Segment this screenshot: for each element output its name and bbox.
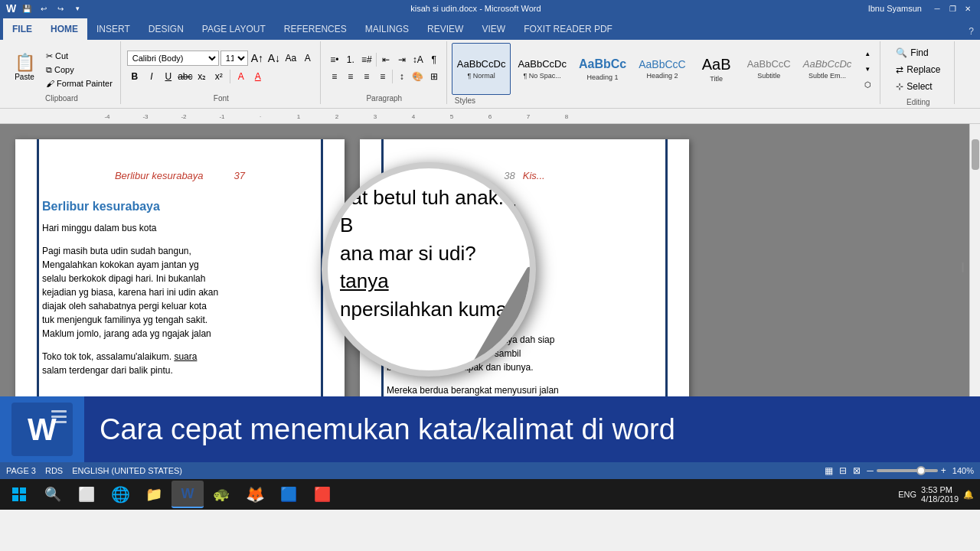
shading-button[interactable]: 🎨	[410, 69, 426, 84]
app-taskbar-3[interactable]: 🟥	[306, 481, 338, 508]
align-center-button[interactable]: ≡	[343, 69, 358, 84]
copy-button[interactable]: ⧉ Copy	[43, 64, 116, 77]
subscript-button[interactable]: x₂	[194, 69, 210, 84]
bullets-button[interactable]: ≡•	[327, 52, 342, 67]
user-name: Ibnu Syamsun	[868, 4, 922, 13]
italic-button[interactable]: I	[144, 69, 159, 84]
app-taskbar-2[interactable]: 🟦	[273, 481, 305, 508]
cut-button[interactable]: ✂ Cut	[43, 50, 116, 63]
superscript-button[interactable]: x²	[211, 69, 227, 84]
zoom-thumb[interactable]	[916, 466, 926, 475]
select-button[interactable]: ⊹ Select	[891, 80, 945, 93]
tab-page-layout[interactable]: PAGE LAYOUT	[193, 18, 275, 40]
multilevel-list-button[interactable]: ≡#	[359, 52, 374, 67]
svg-rect-15	[20, 487, 26, 494]
borders-button[interactable]: ⊞	[426, 69, 442, 84]
highlight-color-button[interactable]: A	[234, 69, 249, 84]
zoom-slider[interactable]: ─ +	[867, 465, 946, 476]
shrink-font-icon[interactable]: A↓	[266, 51, 282, 66]
strikethrough-button[interactable]: abc	[178, 69, 193, 84]
v-scrollbar[interactable]	[969, 124, 980, 396]
zoom-out-icon[interactable]: ─	[867, 465, 874, 476]
paste-button[interactable]: 📋 Paste	[8, 47, 41, 90]
text-cursor: I	[961, 260, 965, 276]
layout-icon2[interactable]: ⊟	[839, 465, 847, 476]
style-subtle-em[interactable]: AaBbCcDc Subtle Em...	[798, 43, 858, 95]
help-icon[interactable]: ?	[962, 23, 980, 40]
text-effects-icon[interactable]: A	[300, 51, 315, 66]
zoom-in-icon[interactable]: +	[941, 465, 946, 476]
show-hide-button[interactable]: ¶	[426, 52, 442, 67]
svg-text:6: 6	[488, 113, 492, 120]
bold-button[interactable]: B	[127, 69, 142, 84]
find-button[interactable]: 🔍 Find	[891, 46, 945, 60]
tab-foxit[interactable]: FOXIT READER PDF	[514, 18, 622, 40]
tab-insert[interactable]: INSERT	[87, 18, 139, 40]
explorer-button[interactable]: 📁	[138, 481, 170, 508]
tab-view[interactable]: VIEW	[472, 18, 514, 40]
style-title[interactable]: AaB Title	[693, 43, 740, 95]
editing-label: Editing	[906, 98, 930, 106]
minimize-button[interactable]: ─	[931, 2, 943, 15]
firefox-button[interactable]: 🦊	[239, 481, 271, 508]
taskbar-right: ENG 3:53 PM4/18/2019 🔔	[898, 485, 977, 504]
style-subtitle[interactable]: AaBbCcC Subtitle	[742, 43, 796, 95]
customize-qa-icon[interactable]: ▼	[71, 2, 83, 15]
line-spacing-button[interactable]: ↕	[394, 69, 410, 84]
format-painter-button[interactable]: 🖌 Format Painter	[43, 77, 116, 90]
page-left-heading: Berlibur kesurabaya	[42, 200, 318, 214]
align-left-button[interactable]: ≡	[327, 69, 342, 84]
grow-font-icon[interactable]: A↑	[250, 51, 265, 66]
clipboard-group: 📋 Paste ✂ Cut ⧉ Copy 🖌 Format Painter Cl…	[3, 41, 121, 104]
align-right-button[interactable]: ≡	[359, 69, 374, 84]
decrease-indent-button[interactable]: ⇤	[378, 52, 394, 67]
increase-indent-button[interactable]: ⇥	[394, 52, 410, 67]
style-subtle-em-label: Subtle Em...	[808, 72, 846, 80]
close-button[interactable]: ✕	[962, 2, 974, 15]
start-button[interactable]	[3, 481, 35, 508]
save-qa-icon[interactable]: 💾	[21, 2, 33, 15]
justify-button[interactable]: ≡	[375, 69, 390, 84]
clear-format-icon[interactable]: Aa	[283, 51, 299, 66]
style-heading1[interactable]: AaBbCc Heading 1	[573, 43, 632, 95]
word-icon: W	[6, 2, 16, 15]
layout-icon3[interactable]: ⊠	[853, 465, 861, 476]
style-no-spacing[interactable]: AaBbCcDc ¶ No Spac...	[512, 43, 572, 95]
numbering-button[interactable]: 1.	[343, 52, 358, 67]
word-taskbar-button[interactable]: W	[172, 481, 204, 508]
edge-button[interactable]: 🌐	[104, 481, 136, 508]
font-size-select[interactable]: 11	[220, 51, 248, 66]
status-left: PAGE 3 RDS ENGLISH (UNITED STATES)	[6, 466, 182, 475]
style-subtle-em-preview: AaBbCcDc	[803, 58, 852, 70]
undo-qa-icon[interactable]: ↩	[38, 2, 50, 15]
style-heading2[interactable]: AaBbCcC Heading 2	[633, 43, 691, 95]
tab-references[interactable]: REFERENCES	[275, 18, 356, 40]
redo-qa-icon[interactable]: ↪	[54, 2, 67, 15]
styles-expand[interactable]: ⬡	[860, 77, 875, 92]
layout-icon1[interactable]: ▦	[825, 465, 833, 476]
taskbar-lang[interactable]: ENG	[898, 490, 916, 499]
replace-button[interactable]: ⇄ Replace	[891, 63, 945, 77]
font-name-select[interactable]: Calibri (Body)	[127, 51, 219, 66]
style-normal[interactable]: AaBbCcDc ¶ Normal	[452, 43, 511, 95]
taskbar-notification[interactable]: 🔔	[963, 490, 974, 500]
restore-button[interactable]: ❐	[946, 2, 959, 15]
task-view-button[interactable]: ⬜	[70, 481, 103, 508]
tab-home[interactable]: HOME	[41, 18, 87, 40]
tab-design[interactable]: DESIGN	[139, 18, 193, 40]
zoom-level: 140%	[952, 466, 974, 475]
search-button[interactable]: 🔍	[37, 481, 69, 508]
styles-scroll-up[interactable]: ▲	[860, 46, 875, 61]
page-left: Berlibur kesurabaya 37 Berlibur kesuraba…	[15, 139, 345, 396]
sort-button[interactable]: ↕A	[410, 52, 426, 67]
v-scrollbar-thumb[interactable]	[972, 139, 979, 170]
tab-file[interactable]: FILE	[3, 18, 41, 40]
app-taskbar-1[interactable]: 🐢	[205, 481, 237, 508]
font-color-button[interactable]: A	[250, 69, 266, 84]
tab-review[interactable]: REVIEW	[418, 18, 472, 40]
zoom-track[interactable]	[877, 469, 938, 472]
styles-scroll-down[interactable]: ▼	[860, 61, 875, 77]
page-left-title: Berlibur kesurabaya	[115, 170, 204, 181]
tab-mailings[interactable]: MAILINGS	[356, 18, 418, 40]
underline-button[interactable]: U	[161, 69, 176, 84]
